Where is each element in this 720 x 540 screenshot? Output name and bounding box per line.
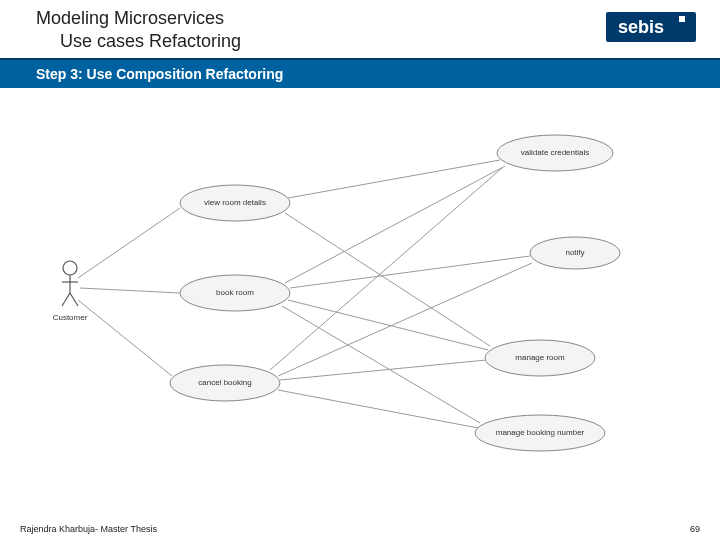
- svg-point-3: [63, 261, 77, 275]
- slide-footer: Rajendra Kharbuja- Master Thesis 69: [0, 524, 720, 534]
- svg-text:sebis: sebis: [618, 17, 664, 37]
- svg-text:book room: book room: [216, 288, 254, 297]
- edge-actor-cancel: [78, 300, 172, 376]
- edge-cancel-validate: [270, 168, 502, 370]
- svg-text:manage booking number: manage booking number: [496, 428, 585, 437]
- footer-page-number: 69: [690, 524, 700, 534]
- title-main: Modeling Microservices: [36, 8, 700, 29]
- usecase-manage-room: manage room: [485, 340, 595, 376]
- svg-text:validate credentials: validate credentials: [521, 148, 589, 157]
- usecase-view-room-details: view room details: [180, 185, 290, 221]
- usecase-book-room: book room: [180, 275, 290, 311]
- actor-customer: Customer: [53, 261, 88, 322]
- svg-rect-2: [679, 16, 685, 22]
- usecase-cancel-booking: cancel booking: [170, 365, 280, 401]
- svg-text:notify: notify: [565, 248, 584, 257]
- step-bar: Step 3: Use Composition Refactoring: [0, 60, 720, 88]
- edge-view-validate: [288, 160, 500, 198]
- edge-cancel-managebooking: [278, 390, 478, 428]
- slide-header: Modeling Microservices Use cases Refacto…: [0, 0, 720, 60]
- actor-label: Customer: [53, 313, 88, 322]
- footer-author: Rajendra Kharbuja- Master Thesis: [20, 524, 157, 534]
- svg-line-7: [70, 293, 78, 306]
- edge-cancel-manageroom: [280, 360, 486, 380]
- edge-actor-book: [80, 288, 180, 293]
- svg-text:manage room: manage room: [515, 353, 565, 362]
- sebis-logo: sebis: [606, 10, 696, 46]
- step-label: Step 3: Use Composition Refactoring: [36, 66, 283, 82]
- usecase-validate-credentials: validate credentials: [497, 135, 613, 171]
- svg-text:view room details: view room details: [204, 198, 266, 207]
- svg-line-6: [62, 293, 70, 306]
- edge-book-validate: [285, 166, 505, 283]
- edge-actor-view: [78, 208, 180, 278]
- usecase-notify: notify: [530, 237, 620, 269]
- usecase-diagram: Customer view room details book room can…: [0, 88, 720, 508]
- title-sub: Use cases Refactoring: [36, 31, 700, 52]
- usecase-manage-booking-number: manage booking number: [475, 415, 605, 451]
- svg-text:cancel booking: cancel booking: [198, 378, 251, 387]
